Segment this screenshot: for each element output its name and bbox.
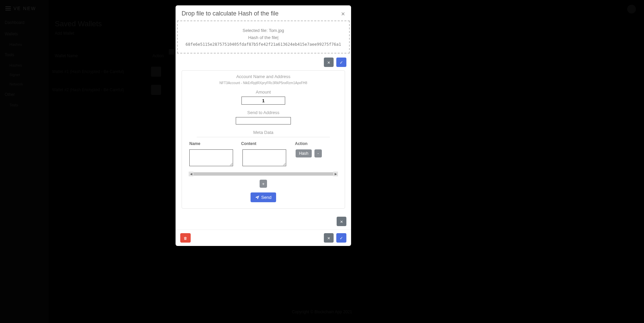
send-to-label: Send to Address — [187, 110, 340, 115]
check-icon — [340, 236, 343, 241]
trash-icon — [184, 236, 187, 241]
modal-close-button[interactable]: × — [341, 10, 345, 17]
send-icon — [255, 195, 259, 200]
modal-header: Drop file to calculate Hash of the file … — [176, 5, 351, 21]
check-icon — [340, 60, 343, 65]
meta-hash-button[interactable]: Hash — [296, 149, 312, 157]
send-button[interactable]: Send — [251, 192, 276, 202]
file-dropzone[interactable]: Selected file: Tom.jpg Hash of the file|… — [177, 21, 350, 53]
scroll-left-button[interactable]: ◀ — [189, 172, 193, 176]
amount-label: Amount — [187, 89, 340, 95]
delete-button[interactable] — [180, 233, 191, 243]
modal-footer — [176, 229, 351, 246]
footer-confirm-button[interactable] — [336, 233, 346, 243]
footer-cancel-button[interactable] — [324, 233, 334, 243]
selected-filename: Tom.jpg — [269, 28, 284, 33]
hash-value: 68fe6e5115e28757510405fdaf87b5fe42f21a61… — [181, 42, 346, 47]
metadata-label: Meta Data — [187, 130, 340, 135]
close-icon — [327, 60, 330, 65]
send-form-card: Account Name and Address NFT3Account - N… — [182, 70, 345, 209]
selected-file-line: Selected file: Tom.jpg — [181, 28, 346, 33]
account-value: NFT3Account - NikErRpjtRXpryFRc3RkP5nxRz… — [187, 81, 340, 85]
amount-input[interactable] — [241, 97, 285, 105]
divider — [197, 137, 330, 137]
hash-cancel-button[interactable] — [324, 58, 334, 67]
meta-add-button[interactable]: + — [260, 180, 267, 188]
meta-content-input[interactable] — [242, 149, 286, 166]
close-icon — [340, 219, 343, 224]
meta-name-input[interactable] — [189, 149, 233, 166]
metadata-scrollbar: ◀ ▶ — [189, 172, 338, 176]
inner-footer — [176, 213, 351, 229]
hash-actions — [176, 53, 351, 71]
meta-col-name: Name — [189, 141, 241, 146]
meta-actions: Hash - — [296, 149, 322, 157]
hash-modal: Drop file to calculate Hash of the file … — [176, 5, 351, 246]
metadata-row: Hash - — [187, 149, 340, 166]
metadata-header: Name Content Action — [187, 141, 340, 149]
metadata-section: Name Content Action Hash - ◀ ▶ + — [187, 137, 340, 202]
meta-col-action: Action — [295, 141, 337, 146]
close-icon — [327, 236, 330, 241]
modal-title: Drop file to calculate Hash of the file — [182, 10, 278, 17]
hash-label: Hash of the file| — [181, 35, 346, 40]
send-to-input[interactable] — [236, 117, 291, 124]
scroll-right-button[interactable]: ▶ — [333, 172, 338, 176]
scroll-track[interactable] — [193, 172, 333, 176]
hash-confirm-button[interactable] — [336, 58, 346, 67]
account-label: Account Name and Address — [187, 74, 340, 79]
inner-close-button[interactable] — [337, 217, 346, 226]
meta-col-content: Content — [241, 141, 295, 146]
meta-remove-button[interactable]: - — [314, 149, 322, 157]
